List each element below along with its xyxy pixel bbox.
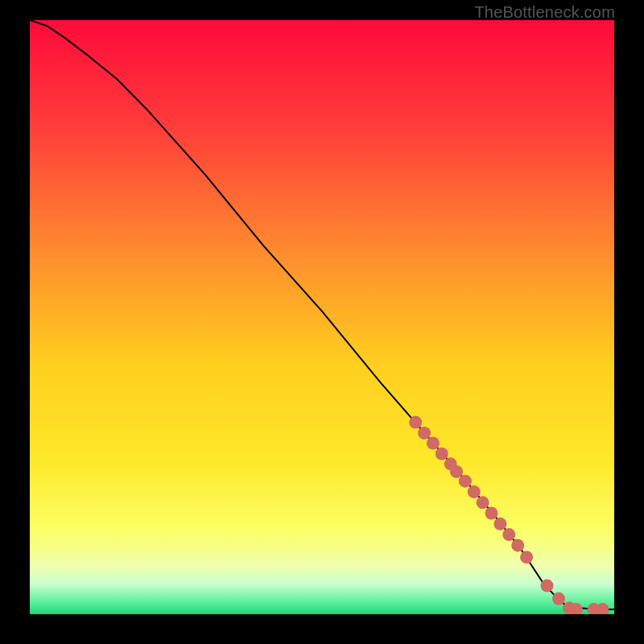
data-marker [511, 539, 524, 551]
gradient-background [30, 20, 614, 614]
data-marker [459, 475, 472, 488]
chart-frame: TheBottleneck.com [0, 0, 644, 644]
data-marker [436, 448, 448, 460]
watermark-text: TheBottleneck.com [474, 3, 615, 22]
data-marker [468, 485, 481, 498]
data-marker [502, 528, 515, 541]
chart-svg [30, 20, 614, 614]
data-marker [477, 496, 489, 509]
data-marker [427, 437, 440, 450]
data-marker [552, 592, 565, 605]
data-marker [450, 465, 463, 478]
chart-plot-area [30, 20, 614, 614]
data-marker [409, 416, 422, 429]
data-marker [541, 580, 554, 592]
data-marker [485, 507, 498, 520]
data-marker [418, 427, 431, 440]
data-marker [520, 551, 533, 564]
data-marker [493, 518, 506, 530]
